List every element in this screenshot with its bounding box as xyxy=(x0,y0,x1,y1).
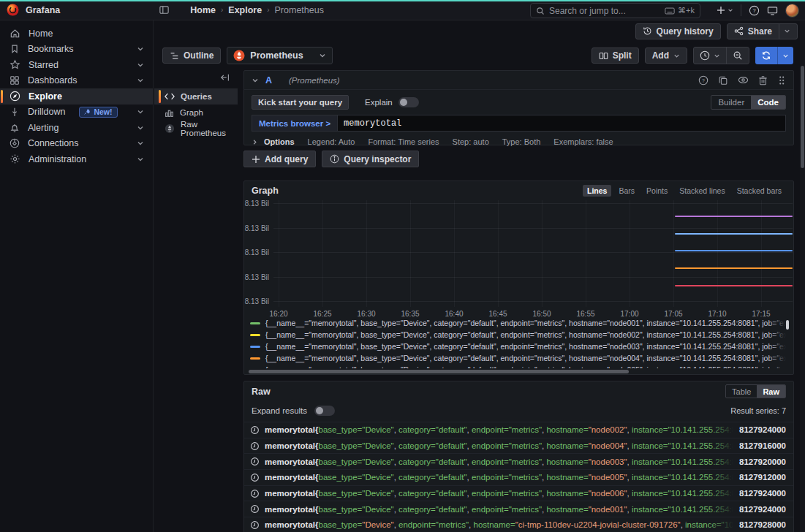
sidebar-item-drilldown[interactable]: DrilldownNew! xyxy=(0,104,153,121)
gridline xyxy=(273,203,793,204)
breadcrumb-home[interactable]: Home xyxy=(190,5,216,15)
hide-response-icon[interactable] xyxy=(738,75,749,86)
datasource-name: Prometheus xyxy=(250,50,314,61)
gridline xyxy=(454,200,455,307)
outline-item-raw-prometheus[interactable]: Raw Prometheus xyxy=(154,121,238,137)
legend-horizontal-scrollbar[interactable] xyxy=(249,370,629,373)
query-row-header[interactable]: A (Prometheus) ? xyxy=(244,71,793,90)
metrics-browser-link[interactable]: Metrics browser > xyxy=(252,115,337,132)
help-button[interactable]: ? xyxy=(749,5,760,16)
chevron-down-icon[interactable] xyxy=(137,61,144,69)
legend-item[interactable]: {__name__="memorytotal", base_type="Devi… xyxy=(250,329,786,341)
clock-icon xyxy=(250,457,260,466)
share-button[interactable]: Share xyxy=(727,23,798,39)
divider xyxy=(741,4,741,16)
zoom-out-button[interactable] xyxy=(726,48,749,64)
chevron-down-icon[interactable] xyxy=(137,124,144,132)
chevron-down-icon[interactable] xyxy=(137,108,144,115)
builder-tab[interactable]: Builder xyxy=(711,96,751,109)
add-button[interactable]: Add xyxy=(645,48,687,64)
sidebar-item-dashboards[interactable]: Dashboards xyxy=(0,73,153,89)
expand-results-toggle[interactable] xyxy=(314,406,335,416)
y-axis-tick-label: 8.13 Bil xyxy=(245,200,269,208)
outline-button[interactable]: Outline xyxy=(162,48,221,64)
gear-icon xyxy=(10,153,20,164)
query-inspector-button[interactable]: Query inspector xyxy=(322,151,419,167)
refresh-button[interactable] xyxy=(755,47,793,64)
outline-icon xyxy=(170,51,179,61)
legend-series-color xyxy=(250,346,260,348)
sidebar-item-connections[interactable]: Connections xyxy=(0,136,153,152)
query-history-button[interactable]: Query history xyxy=(635,23,721,39)
options-expander[interactable]: Options xyxy=(252,137,295,146)
sidebar-item-label: Drilldown xyxy=(28,107,65,117)
legend-vertical-scrollbar[interactable] xyxy=(786,320,789,330)
remove-query-icon[interactable] xyxy=(758,75,768,86)
kick-start-query-button[interactable]: Kick start your query xyxy=(252,95,349,110)
legend-item[interactable]: {__name__="memorytotal", base_type="Devi… xyxy=(250,364,786,368)
legend-item[interactable]: {__name__="memorytotal", base_type="Devi… xyxy=(250,341,786,352)
query-help-icon[interactable]: ? xyxy=(698,75,708,86)
series-expression: memorytotal{base_type="Device", category… xyxy=(265,425,733,434)
sidebar-item-explore[interactable]: Explore xyxy=(0,88,153,104)
add-query-button[interactable]: Add query xyxy=(243,151,316,167)
breadcrumb-prometheus[interactable]: Prometheus xyxy=(275,5,324,15)
chevron-down-icon[interactable] xyxy=(137,45,144,53)
gridline xyxy=(273,301,793,302)
promql-query-input[interactable] xyxy=(337,115,786,132)
breadcrumb-explore[interactable]: Explore xyxy=(228,5,262,15)
graph-style-lines[interactable]: Lines xyxy=(583,185,611,197)
mega-menu-toggle-icon[interactable] xyxy=(159,4,170,15)
time-series-plot[interactable]: 8.13 Bil8.13 Bil8.13 Bil8.13 Bil8.13 Bil… xyxy=(273,200,793,307)
user-avatar[interactable] xyxy=(785,4,799,18)
explore-toolbar: Outline Prometheus Split Add xyxy=(154,44,805,67)
prometheus-icon xyxy=(233,50,245,61)
news-button[interactable] xyxy=(767,5,778,16)
explain-toggle[interactable] xyxy=(398,97,419,107)
series-line xyxy=(675,267,793,269)
refresh-interval-caret[interactable] xyxy=(777,47,793,64)
series-line xyxy=(675,216,793,217)
drag-handle-icon[interactable] xyxy=(777,75,786,86)
query-editor-panel: A (Prometheus) ? Kick start your query E… xyxy=(243,70,794,145)
chevron-down-icon[interactable] xyxy=(137,140,144,147)
legend-item[interactable]: {__name__="memorytotal", base_type="Devi… xyxy=(250,317,786,329)
outline-item-queries[interactable]: Queries xyxy=(154,88,238,104)
legend-item[interactable]: {__name__="memorytotal", base_type="Devi… xyxy=(250,352,786,364)
series-expression: memorytotal{base_type="Device", category… xyxy=(265,489,733,498)
share-caret[interactable] xyxy=(779,24,790,39)
new-menu-button[interactable] xyxy=(717,6,733,15)
sidebar-item-label: Dashboards xyxy=(28,75,77,86)
graph-style-points[interactable]: Points xyxy=(642,185,672,197)
outline-item-graph[interactable]: Graph xyxy=(154,104,238,121)
top-navbar: Grafana Home › Explore › Prometheus Sear… xyxy=(0,0,805,20)
sidebar-item-bookmarks[interactable]: Bookmarks xyxy=(0,42,153,58)
sidebar-item-alerting[interactable]: Alerting xyxy=(0,120,153,136)
split-button[interactable]: Split xyxy=(592,48,639,64)
collapse-outline-icon[interactable] xyxy=(220,72,230,83)
page-scrollbar[interactable] xyxy=(800,21,805,532)
time-picker-button[interactable] xyxy=(694,48,726,64)
graph-style-stacked-lines[interactable]: Stacked lines xyxy=(675,185,729,197)
code-tab[interactable]: Code xyxy=(751,96,785,109)
grafana-logo-icon[interactable] xyxy=(7,4,19,16)
chevron-down-icon[interactable] xyxy=(137,77,144,84)
datasource-picker[interactable]: Prometheus xyxy=(227,47,333,64)
graph-style-stacked-bars[interactable]: Stacked bars xyxy=(733,185,786,197)
sidebar-item-administration[interactable]: Administration xyxy=(0,151,153,167)
table-view-tab[interactable]: Table xyxy=(726,385,757,398)
sidebar-item-home[interactable]: Home xyxy=(0,26,153,42)
sidebar-item-starred[interactable]: Starred xyxy=(0,57,153,73)
chevron-down-icon[interactable] xyxy=(137,156,144,163)
search-input[interactable]: Search or jump to... ⌘+k xyxy=(530,3,700,18)
clock-icon xyxy=(250,473,260,482)
query-option-summary: Format: Time series xyxy=(368,137,439,146)
page-scrollbar-thumb[interactable] xyxy=(801,66,804,168)
series-expression: memorytotal{base_type="Device", category… xyxy=(265,505,733,514)
raw-view-tab[interactable]: Raw xyxy=(757,385,785,398)
graph-style-bars[interactable]: Bars xyxy=(614,185,639,197)
raw-result-row: memorytotal{base_type="Device", category… xyxy=(244,422,793,438)
plus-icon xyxy=(252,155,260,164)
refresh-icon xyxy=(755,47,777,64)
duplicate-query-icon[interactable] xyxy=(718,75,728,86)
